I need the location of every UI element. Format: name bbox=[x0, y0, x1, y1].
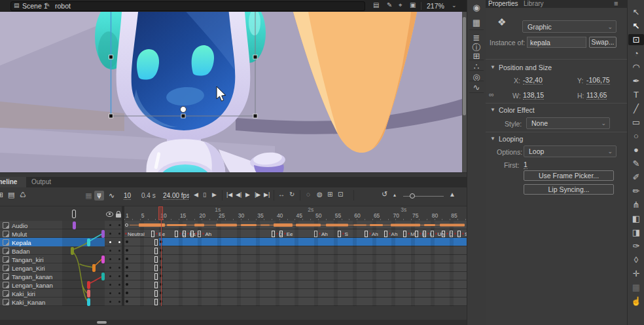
layer-name[interactable]: Kaki_Kanan bbox=[12, 299, 45, 306]
frame-row[interactable]: NeutralEeDEeFAhDEeAhSAhAhMELUhD..S bbox=[124, 229, 467, 238]
subselection-tool[interactable]: ↖ bbox=[628, 20, 644, 31]
layer-name[interactable]: Kaki_kiri bbox=[12, 290, 35, 297]
h-value[interactable]: 113,65 bbox=[586, 92, 607, 100]
timeline-zoom-in-button[interactable]: ▲ bbox=[449, 191, 456, 198]
step-back-button[interactable]: ◀| bbox=[236, 192, 241, 198]
layer-visibility-dot[interactable] bbox=[109, 233, 111, 235]
bone-tool[interactable]: ⋔ bbox=[628, 199, 644, 210]
layer-name[interactable]: Tangan_kiri bbox=[12, 256, 44, 263]
rectangle-tool[interactable]: ▭ bbox=[628, 117, 644, 128]
paint-bucket-tool[interactable]: ◧ bbox=[628, 213, 644, 224]
w-value[interactable]: 138,15 bbox=[523, 92, 544, 100]
layer-lock-dot[interactable] bbox=[118, 275, 120, 277]
zoom-level-chevron-icon[interactable]: ⌄ bbox=[452, 3, 457, 9]
classic-brush-tool[interactable]: ✐ bbox=[628, 172, 644, 183]
tab-properties[interactable]: Properties bbox=[488, 1, 518, 7]
tab-library[interactable]: Library bbox=[524, 1, 544, 7]
layer-lock-dot[interactable] bbox=[118, 241, 120, 243]
show-parenting-view-button[interactable]: ⋔ bbox=[94, 191, 104, 201]
align-panel-icon[interactable]: ≣ bbox=[467, 33, 486, 43]
play-button[interactable]: ▶ bbox=[245, 192, 250, 198]
layer-visibility-dot[interactable] bbox=[109, 292, 111, 294]
loop-playback-button[interactable]: ↻ bbox=[289, 191, 295, 198]
collapse-arrow-icon[interactable]: ▼ bbox=[490, 65, 495, 70]
stage-canvas[interactable] bbox=[0, 12, 462, 172]
frame-row[interactable] bbox=[124, 289, 467, 297]
go-to-last-frame-button[interactable]: ▶| bbox=[264, 192, 270, 198]
edit-multiple-frames-button[interactable]: ⊞ bbox=[327, 191, 332, 198]
swap-button[interactable]: Swap... bbox=[589, 37, 617, 48]
fluid-brush-tool[interactable]: ✏ bbox=[628, 185, 644, 197]
layer-name[interactable]: Mulut bbox=[12, 231, 27, 238]
motion-editor-button[interactable]: ∿ bbox=[107, 191, 116, 201]
looping-header[interactable]: Looping bbox=[499, 135, 523, 143]
onion-skin-outlines-button[interactable]: ◍ bbox=[317, 191, 323, 198]
frame-ruler[interactable]: 1s2s3s1510152025303540455055606570758085 bbox=[124, 206, 467, 221]
line-tool[interactable]: ╱ bbox=[628, 103, 644, 114]
layer-name[interactable]: Kepala bbox=[12, 239, 31, 246]
collapse-arrow-icon[interactable]: ▼ bbox=[490, 107, 495, 113]
canvas-vertical-scrollbar-thumb[interactable] bbox=[463, 17, 466, 115]
loop-range-left-button[interactable]: ◀ bbox=[194, 192, 198, 198]
gradient-transform-tool[interactable]: ◔ bbox=[628, 48, 644, 59]
frame-row[interactable] bbox=[124, 263, 467, 272]
layer-visibility-dot[interactable] bbox=[109, 241, 111, 243]
lock-all-icon[interactable] bbox=[116, 214, 121, 218]
pen-tool[interactable]: ✒ bbox=[628, 75, 644, 86]
symbol-type-dropdown[interactable]: Graphic ⌄ bbox=[522, 20, 617, 33]
current-frame-value[interactable]: 10 bbox=[124, 193, 131, 200]
eyedropper-tool[interactable]: ✑ bbox=[628, 240, 644, 252]
layer-lock-dot[interactable] bbox=[118, 301, 120, 303]
modify-markers-button[interactable]: ⊡ bbox=[338, 191, 343, 198]
center-stage-button[interactable]: ⌖ bbox=[399, 2, 402, 9]
timeline-horizontal-scrollbar-thumb[interactable] bbox=[97, 321, 107, 324]
frame-row[interactable] bbox=[124, 221, 467, 229]
asset-warp-tool[interactable]: ✛ bbox=[628, 268, 644, 279]
playhead-marker[interactable] bbox=[158, 206, 163, 220]
use-frame-picker-button[interactable]: Use Frame Picker... bbox=[524, 170, 614, 181]
lip-syncing-button[interactable]: Lip Syncing... bbox=[524, 184, 614, 195]
lasso-tool[interactable]: ◠ bbox=[628, 62, 644, 73]
first-frame-value[interactable]: 1 bbox=[524, 161, 528, 169]
edit-symbols-button[interactable]: ✎ bbox=[387, 2, 392, 9]
frame-rate-value[interactable]: 24.00 fps bbox=[163, 193, 190, 200]
selection-tool[interactable]: ↖ bbox=[628, 7, 644, 18]
add-camera-button[interactable]: ▦ bbox=[84, 191, 94, 201]
go-to-first-frame-button[interactable]: |◀ bbox=[226, 192, 232, 198]
playhead-line[interactable] bbox=[161, 220, 162, 306]
new-layer-button[interactable]: ⊞ bbox=[0, 191, 3, 199]
tab-output[interactable]: Output bbox=[31, 179, 51, 185]
layer-lock-dot[interactable] bbox=[118, 258, 120, 260]
edit-scene-button[interactable]: ▤ bbox=[373, 2, 379, 9]
delete-layer-button[interactable]: ♺ bbox=[20, 191, 26, 199]
frame-row[interactable] bbox=[124, 246, 467, 255]
layer-name[interactable]: Badan bbox=[12, 248, 29, 255]
layer-name[interactable]: Lengan_Kiri bbox=[12, 265, 45, 272]
layer-lock-dot[interactable] bbox=[118, 292, 120, 294]
pencil-tool[interactable]: ✎ bbox=[628, 158, 644, 169]
link-width-height-icon[interactable]: ∞ bbox=[489, 91, 494, 98]
collapse-arrow-icon[interactable]: ▼ bbox=[490, 136, 495, 142]
primitive-oval-tool[interactable]: ● bbox=[628, 144, 644, 155]
motion-editor-panel-icon[interactable]: ∿ bbox=[467, 83, 486, 92]
style-dropdown[interactable]: None ⌄ bbox=[526, 117, 610, 129]
new-folder-button[interactable]: ▤ bbox=[8, 191, 14, 199]
layer-visibility-dot[interactable] bbox=[109, 224, 111, 226]
layer-visibility-dot[interactable] bbox=[109, 284, 111, 286]
eraser-tool[interactable]: ◊ bbox=[628, 254, 644, 265]
frame-row[interactable] bbox=[124, 272, 467, 280]
loop-range-right-button[interactable]: ▶ bbox=[212, 192, 217, 198]
free-transform-tool[interactable]: ⊡ bbox=[628, 34, 644, 45]
layer-name[interactable]: Lengan_kanan bbox=[12, 282, 53, 289]
timeline-zoom-out-button[interactable]: ▴ bbox=[393, 193, 396, 198]
onion-skin-button[interactable]: ◌ bbox=[306, 191, 310, 198]
layer-lock-dot[interactable] bbox=[118, 250, 120, 252]
ink-bottle-tool[interactable]: ◨ bbox=[628, 227, 644, 238]
timeline-rows[interactable]: NeutralEeDEeFAhDEeAhSAhAhMELUhD..S bbox=[124, 221, 467, 306]
frame-row[interactable] bbox=[124, 238, 467, 246]
layer-name[interactable]: Audio bbox=[12, 222, 27, 229]
timeline-zoom-slider-knob[interactable] bbox=[410, 193, 415, 199]
swatches-panel-icon[interactable]: ▦ bbox=[467, 18, 486, 28]
center-frame-button[interactable]: ↔ bbox=[278, 191, 285, 198]
hand-tool[interactable]: ☝ bbox=[628, 296, 644, 307]
